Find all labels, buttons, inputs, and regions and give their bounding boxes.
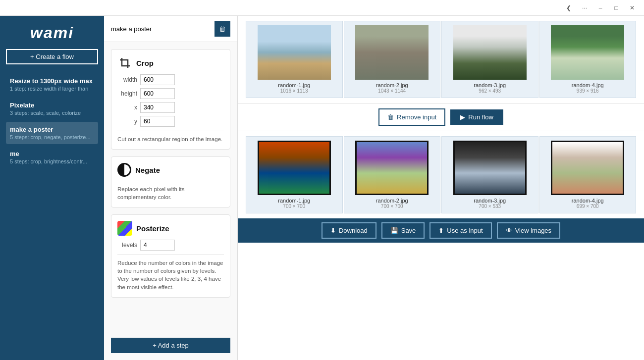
remove-input-button[interactable]: 🗑 Remove input <box>378 108 445 126</box>
output-image-dims-4: 699 × 700 <box>577 204 599 209</box>
step-title-posterize: Posterize <box>136 224 169 233</box>
step-header-posterize: Posterize <box>117 221 224 236</box>
output-image-name-4: random-4.jpg <box>572 198 604 204</box>
posterize-fields: levels <box>117 240 224 251</box>
input-thumbnail-4 <box>551 25 624 80</box>
more-btn[interactable]: ··· <box>577 0 592 16</box>
output-images-grid: random-1.jpg 700 × 700 random-2.jpg 700 … <box>238 131 644 218</box>
steps-content: Crop width height x <box>104 42 237 334</box>
sidebar-item-make-poster[interactable]: make a poster 5 steps: crop, negate, pos… <box>6 122 98 144</box>
step-header-negate: Negate <box>117 163 224 177</box>
delete-flow-button[interactable]: 🗑 <box>215 21 230 37</box>
output-image-name-2: random-2.jpg <box>376 198 408 204</box>
step-card-posterize: Posterize levels Reduce the number of co… <box>111 214 230 297</box>
crop-icon <box>117 55 132 70</box>
output-image-3[interactable]: random-3.jpg 700 × 533 <box>441 136 538 213</box>
bottom-toolbar: ⬇ Download 💾 Save ⬆ Use as input 👁 View … <box>238 218 644 243</box>
steps-panel: 🗑 Crop width <box>104 16 238 360</box>
view-images-button[interactable]: 👁 View images <box>497 222 560 239</box>
crop-width-row: width <box>117 74 224 85</box>
step-card-crop: Crop width height x <box>111 49 230 150</box>
step-card-negate: Negate Replace each pixel with its compl… <box>111 156 230 207</box>
flow-name-input[interactable] <box>111 25 211 33</box>
input-image-dims-1: 1016 × 1113 <box>280 88 308 94</box>
app-body: wami + Create a flow Resize to 1300px wi… <box>0 16 644 360</box>
output-thumbnail-1 <box>258 141 331 195</box>
chevron-btn[interactable]: ❮ <box>561 0 577 16</box>
step-title-negate: Negate <box>135 166 160 174</box>
crop-x-label: x <box>117 104 137 111</box>
crop-desc: Cut out a rectangular region of the imag… <box>117 135 224 143</box>
remove-input-label: Remove input <box>397 113 436 121</box>
create-flow-button[interactable]: + Create a flow <box>6 49 98 64</box>
crop-height-input[interactable] <box>140 88 175 99</box>
run-flow-button[interactable]: ▶ Run flow <box>450 109 503 125</box>
content-area: random-1.jpg 1016 × 1113 random-2.jpg 10… <box>238 16 644 360</box>
negate-desc: Replace each pixel with its complementar… <box>117 185 224 201</box>
steps-header: 🗑 <box>104 16 237 42</box>
input-image-3[interactable]: random-3.jpg 962 × 493 <box>441 21 538 98</box>
titlebar: ❮ ··· – □ ✕ <box>0 0 644 16</box>
download-button[interactable]: ⬇ Download <box>322 222 376 239</box>
sidebar-item-me[interactable]: me 5 steps: crop, brightness/contr... <box>6 146 98 168</box>
input-thumbnail-3 <box>453 25 527 80</box>
use-as-input-label: Use as input <box>447 227 483 234</box>
flow-title-pixelate: Pixelate <box>10 102 94 109</box>
crop-width-label: width <box>117 76 137 83</box>
minimize-btn[interactable]: – <box>592 0 608 16</box>
flow-desc-pixelate: 3 steps: scale, scale, colorize <box>10 110 94 116</box>
crop-x-input[interactable] <box>140 102 175 113</box>
input-images-grid: random-1.jpg 1016 × 1113 random-2.jpg 10… <box>238 16 644 103</box>
posterize-levels-row: levels <box>117 240 224 251</box>
input-image-1[interactable]: random-1.jpg 1016 × 1113 <box>246 21 343 98</box>
save-label: Save <box>401 227 416 234</box>
step-header-crop: Crop <box>117 55 224 70</box>
sidebar-item-resize[interactable]: Resize to 1300px wide max 1 step: resize… <box>6 73 98 96</box>
add-step-button[interactable]: + Add a step <box>111 338 230 353</box>
output-thumbnail-3 <box>453 141 527 195</box>
flow-title-resize: Resize to 1300px wide max <box>10 77 94 85</box>
app-logo: wami <box>6 24 98 42</box>
step-title-crop: Crop <box>136 59 154 67</box>
crop-width-input[interactable] <box>140 74 175 85</box>
run-flow-label: Run flow <box>468 113 493 121</box>
trash-icon-remove: 🗑 <box>387 113 394 121</box>
posterize-icon <box>117 221 132 236</box>
action-row: 🗑 Remove input ▶ Run flow <box>238 103 644 131</box>
input-image-2[interactable]: random-2.jpg 1043 × 1144 <box>344 21 441 98</box>
output-image-dims-1: 700 × 700 <box>283 204 305 209</box>
crop-x-row: x <box>117 102 224 113</box>
flow-desc-resize: 1 step: resize width if larger than <box>10 86 94 92</box>
view-images-label: View images <box>515 227 551 234</box>
output-thumbnail-2 <box>355 141 429 195</box>
posterize-levels-input[interactable] <box>140 240 175 251</box>
input-image-name-2: random-2.jpg <box>376 82 408 88</box>
output-image-4[interactable]: random-4.jpg 699 × 700 <box>539 136 637 213</box>
upload-icon: ⬆ <box>438 227 444 234</box>
crop-y-label: y <box>117 118 137 125</box>
input-image-dims-4: 939 × 916 <box>577 88 599 94</box>
close-btn[interactable]: ✕ <box>624 0 640 16</box>
save-icon: 💾 <box>390 227 398 234</box>
output-image-dims-3: 700 × 533 <box>479 204 501 209</box>
input-image-4[interactable]: random-4.jpg 939 × 916 <box>539 21 637 98</box>
use-as-input-button[interactable]: ⬆ Use as input <box>429 222 491 239</box>
sidebar: wami + Create a flow Resize to 1300px wi… <box>0 16 104 360</box>
download-label: Download <box>339 227 368 234</box>
flow-title-make-poster: make a poster <box>10 126 94 133</box>
eye-icon: 👁 <box>506 227 512 234</box>
output-image-dims-2: 700 × 700 <box>381 204 403 209</box>
crop-y-input[interactable] <box>140 116 175 127</box>
input-image-dims-3: 962 × 493 <box>479 88 501 94</box>
output-image-1[interactable]: random-1.jpg 700 × 700 <box>246 136 343 213</box>
posterize-desc: Reduce the number of colors in the image… <box>117 259 224 291</box>
save-button[interactable]: 💾 Save <box>381 222 425 239</box>
input-image-dims-2: 1043 × 1144 <box>378 88 406 94</box>
maximize-btn[interactable]: □ <box>608 0 624 16</box>
crop-height-row: height <box>117 88 224 99</box>
sidebar-item-pixelate[interactable]: Pixelate 3 steps: scale, scale, colorize <box>6 98 98 120</box>
posterize-levels-label: levels <box>117 242 137 249</box>
negate-icon <box>117 163 131 177</box>
output-image-2[interactable]: random-2.jpg 700 × 700 <box>344 136 441 213</box>
input-thumbnail-1 <box>258 25 331 80</box>
